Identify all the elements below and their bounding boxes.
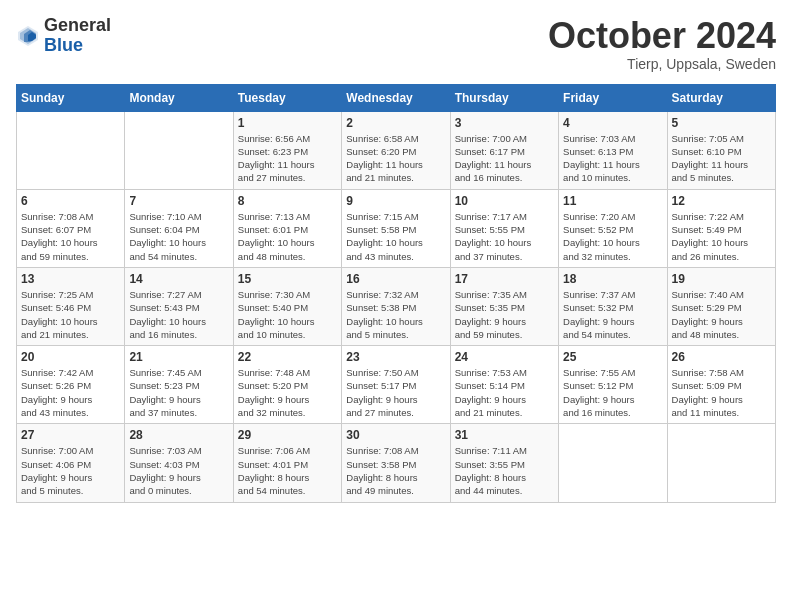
cell-w0-d4: 3Sunrise: 7:00 AM Sunset: 6:17 PM Daylig… xyxy=(450,111,558,189)
day-number: 15 xyxy=(238,272,337,286)
cell-w0-d2: 1Sunrise: 6:56 AM Sunset: 6:23 PM Daylig… xyxy=(233,111,341,189)
cell-w4-d1: 28Sunrise: 7:03 AM Sunset: 4:03 PM Dayli… xyxy=(125,424,233,502)
cell-w4-d3: 30Sunrise: 7:08 AM Sunset: 3:58 PM Dayli… xyxy=(342,424,450,502)
col-wednesday: Wednesday xyxy=(342,84,450,111)
week-row-0: 1Sunrise: 6:56 AM Sunset: 6:23 PM Daylig… xyxy=(17,111,776,189)
cell-w2-d2: 15Sunrise: 7:30 AM Sunset: 5:40 PM Dayli… xyxy=(233,267,341,345)
logo-icon xyxy=(16,24,40,48)
col-tuesday: Tuesday xyxy=(233,84,341,111)
day-info: Sunrise: 7:58 AM Sunset: 5:09 PM Dayligh… xyxy=(672,366,771,419)
day-info: Sunrise: 7:20 AM Sunset: 5:52 PM Dayligh… xyxy=(563,210,662,263)
day-info: Sunrise: 7:03 AM Sunset: 4:03 PM Dayligh… xyxy=(129,444,228,497)
day-number: 25 xyxy=(563,350,662,364)
col-sunday: Sunday xyxy=(17,84,125,111)
week-row-1: 6Sunrise: 7:08 AM Sunset: 6:07 PM Daylig… xyxy=(17,189,776,267)
day-info: Sunrise: 7:40 AM Sunset: 5:29 PM Dayligh… xyxy=(672,288,771,341)
cell-w4-d6 xyxy=(667,424,775,502)
cell-w1-d6: 12Sunrise: 7:22 AM Sunset: 5:49 PM Dayli… xyxy=(667,189,775,267)
day-info: Sunrise: 7:03 AM Sunset: 6:13 PM Dayligh… xyxy=(563,132,662,185)
cell-w3-d1: 21Sunrise: 7:45 AM Sunset: 5:23 PM Dayli… xyxy=(125,346,233,424)
col-thursday: Thursday xyxy=(450,84,558,111)
day-info: Sunrise: 7:10 AM Sunset: 6:04 PM Dayligh… xyxy=(129,210,228,263)
cell-w0-d6: 5Sunrise: 7:05 AM Sunset: 6:10 PM Daylig… xyxy=(667,111,775,189)
cell-w0-d3: 2Sunrise: 6:58 AM Sunset: 6:20 PM Daylig… xyxy=(342,111,450,189)
day-number: 6 xyxy=(21,194,120,208)
day-number: 16 xyxy=(346,272,445,286)
day-info: Sunrise: 7:32 AM Sunset: 5:38 PM Dayligh… xyxy=(346,288,445,341)
day-info: Sunrise: 7:17 AM Sunset: 5:55 PM Dayligh… xyxy=(455,210,554,263)
week-row-3: 20Sunrise: 7:42 AM Sunset: 5:26 PM Dayli… xyxy=(17,346,776,424)
cell-w2-d1: 14Sunrise: 7:27 AM Sunset: 5:43 PM Dayli… xyxy=(125,267,233,345)
day-number: 17 xyxy=(455,272,554,286)
cell-w1-d4: 10Sunrise: 7:17 AM Sunset: 5:55 PM Dayli… xyxy=(450,189,558,267)
cell-w1-d3: 9Sunrise: 7:15 AM Sunset: 5:58 PM Daylig… xyxy=(342,189,450,267)
cell-w0-d1 xyxy=(125,111,233,189)
day-info: Sunrise: 7:35 AM Sunset: 5:35 PM Dayligh… xyxy=(455,288,554,341)
day-number: 26 xyxy=(672,350,771,364)
day-number: 8 xyxy=(238,194,337,208)
cell-w2-d4: 17Sunrise: 7:35 AM Sunset: 5:35 PM Dayli… xyxy=(450,267,558,345)
cell-w2-d6: 19Sunrise: 7:40 AM Sunset: 5:29 PM Dayli… xyxy=(667,267,775,345)
week-row-4: 27Sunrise: 7:00 AM Sunset: 4:06 PM Dayli… xyxy=(17,424,776,502)
cell-w4-d4: 31Sunrise: 7:11 AM Sunset: 3:55 PM Dayli… xyxy=(450,424,558,502)
day-info: Sunrise: 7:37 AM Sunset: 5:32 PM Dayligh… xyxy=(563,288,662,341)
col-saturday: Saturday xyxy=(667,84,775,111)
month-title: October 2024 xyxy=(548,16,776,56)
day-number: 12 xyxy=(672,194,771,208)
location-text: Tierp, Uppsala, Sweden xyxy=(548,56,776,72)
cell-w3-d4: 24Sunrise: 7:53 AM Sunset: 5:14 PM Dayli… xyxy=(450,346,558,424)
day-number: 18 xyxy=(563,272,662,286)
day-number: 22 xyxy=(238,350,337,364)
day-info: Sunrise: 7:25 AM Sunset: 5:46 PM Dayligh… xyxy=(21,288,120,341)
cell-w1-d2: 8Sunrise: 7:13 AM Sunset: 6:01 PM Daylig… xyxy=(233,189,341,267)
day-info: Sunrise: 7:08 AM Sunset: 3:58 PM Dayligh… xyxy=(346,444,445,497)
day-info: Sunrise: 7:05 AM Sunset: 6:10 PM Dayligh… xyxy=(672,132,771,185)
days-of-week-row: Sunday Monday Tuesday Wednesday Thursday… xyxy=(17,84,776,111)
day-number: 7 xyxy=(129,194,228,208)
day-info: Sunrise: 7:55 AM Sunset: 5:12 PM Dayligh… xyxy=(563,366,662,419)
day-info: Sunrise: 7:48 AM Sunset: 5:20 PM Dayligh… xyxy=(238,366,337,419)
cell-w3-d6: 26Sunrise: 7:58 AM Sunset: 5:09 PM Dayli… xyxy=(667,346,775,424)
cell-w1-d0: 6Sunrise: 7:08 AM Sunset: 6:07 PM Daylig… xyxy=(17,189,125,267)
day-number: 9 xyxy=(346,194,445,208)
col-monday: Monday xyxy=(125,84,233,111)
cell-w3-d0: 20Sunrise: 7:42 AM Sunset: 5:26 PM Dayli… xyxy=(17,346,125,424)
day-info: Sunrise: 7:08 AM Sunset: 6:07 PM Dayligh… xyxy=(21,210,120,263)
day-number: 2 xyxy=(346,116,445,130)
cell-w4-d0: 27Sunrise: 7:00 AM Sunset: 4:06 PM Dayli… xyxy=(17,424,125,502)
day-info: Sunrise: 7:53 AM Sunset: 5:14 PM Dayligh… xyxy=(455,366,554,419)
day-number: 10 xyxy=(455,194,554,208)
day-info: Sunrise: 7:22 AM Sunset: 5:49 PM Dayligh… xyxy=(672,210,771,263)
logo: General Blue xyxy=(16,16,111,56)
cell-w0-d5: 4Sunrise: 7:03 AM Sunset: 6:13 PM Daylig… xyxy=(559,111,667,189)
cell-w1-d5: 11Sunrise: 7:20 AM Sunset: 5:52 PM Dayli… xyxy=(559,189,667,267)
cell-w3-d3: 23Sunrise: 7:50 AM Sunset: 5:17 PM Dayli… xyxy=(342,346,450,424)
logo-text: General Blue xyxy=(44,16,111,56)
day-info: Sunrise: 7:27 AM Sunset: 5:43 PM Dayligh… xyxy=(129,288,228,341)
day-info: Sunrise: 7:00 AM Sunset: 6:17 PM Dayligh… xyxy=(455,132,554,185)
cell-w4-d5 xyxy=(559,424,667,502)
day-number: 19 xyxy=(672,272,771,286)
day-info: Sunrise: 7:06 AM Sunset: 4:01 PM Dayligh… xyxy=(238,444,337,497)
day-info: Sunrise: 6:56 AM Sunset: 6:23 PM Dayligh… xyxy=(238,132,337,185)
day-info: Sunrise: 7:15 AM Sunset: 5:58 PM Dayligh… xyxy=(346,210,445,263)
logo-blue-text: Blue xyxy=(44,36,111,56)
cell-w4-d2: 29Sunrise: 7:06 AM Sunset: 4:01 PM Dayli… xyxy=(233,424,341,502)
day-number: 29 xyxy=(238,428,337,442)
day-number: 1 xyxy=(238,116,337,130)
cell-w2-d5: 18Sunrise: 7:37 AM Sunset: 5:32 PM Dayli… xyxy=(559,267,667,345)
col-friday: Friday xyxy=(559,84,667,111)
day-info: Sunrise: 7:13 AM Sunset: 6:01 PM Dayligh… xyxy=(238,210,337,263)
day-number: 30 xyxy=(346,428,445,442)
day-number: 14 xyxy=(129,272,228,286)
day-number: 28 xyxy=(129,428,228,442)
day-number: 3 xyxy=(455,116,554,130)
cell-w2-d0: 13Sunrise: 7:25 AM Sunset: 5:46 PM Dayli… xyxy=(17,267,125,345)
cell-w3-d2: 22Sunrise: 7:48 AM Sunset: 5:20 PM Dayli… xyxy=(233,346,341,424)
title-block: October 2024 Tierp, Uppsala, Sweden xyxy=(548,16,776,72)
day-number: 5 xyxy=(672,116,771,130)
page-header: General Blue October 2024 Tierp, Uppsala… xyxy=(16,16,776,72)
cell-w2-d3: 16Sunrise: 7:32 AM Sunset: 5:38 PM Dayli… xyxy=(342,267,450,345)
day-number: 21 xyxy=(129,350,228,364)
day-number: 23 xyxy=(346,350,445,364)
